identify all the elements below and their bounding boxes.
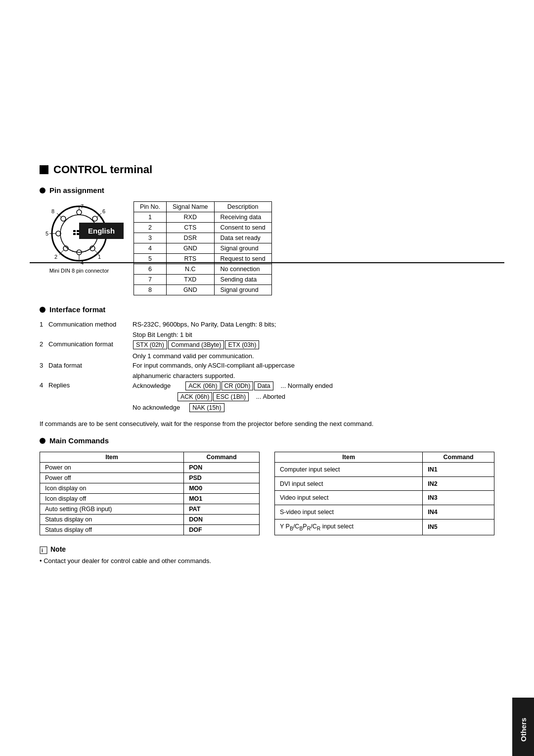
main-commands-label: Main Commands (49, 436, 109, 445)
interface-item-1-subline: Stop Bit Length: 1 bit (133, 331, 494, 338)
note-text: • Contact your dealer for control cable … (40, 557, 211, 565)
box-nak: NAK (15h) (189, 403, 224, 412)
interface-format-heading: Interface format (40, 305, 494, 314)
section-title: CONTROL terminal (40, 163, 494, 176)
mini-din-label: Mini DIN 8 pin connector (49, 268, 109, 274)
svg-text:5: 5 (45, 231, 48, 236)
svg-text:7: 7 (81, 203, 84, 209)
table-row: 4GNDSignal ground (134, 243, 272, 254)
item-num-3: 3 (40, 362, 48, 369)
pin-table-header-signal: Signal Name (167, 202, 215, 212)
section-title-text: CONTROL terminal (53, 163, 152, 176)
others-tab: Others (512, 698, 534, 756)
pin-table-header-pinno: Pin No. (134, 202, 167, 212)
main-commands-heading: Main Commands (40, 436, 494, 445)
interface-item-3: 3 Data format For input commands, only A… (40, 362, 494, 369)
pin-assignment-label: Pin assignment (49, 186, 104, 194)
svg-text:1: 1 (98, 254, 101, 260)
item-content-2: STX (02h)Command (3Byte)ETX (03h) (133, 340, 494, 349)
svg-text:6: 6 (102, 208, 105, 214)
svg-text:8: 8 (51, 208, 54, 214)
item-label-2: Communication format (48, 340, 133, 348)
interface-format-label: Interface format (49, 305, 105, 314)
item-num-2: 2 (40, 340, 48, 348)
interface-item-3-subline: alphanumeric characters supported. (133, 372, 494, 379)
interface-item-4: 4 Replies Acknowledge ACK (06h)CR (0Dh)D… (40, 381, 494, 412)
table-row: Video input selectIN3 (275, 491, 494, 505)
main-commands-wrapper: Item Command Power onPONPower offPSDIcon… (40, 452, 494, 535)
table-row: Icon display onMO0 (40, 483, 260, 494)
box-esc: ESC (1Bh) (213, 392, 249, 401)
bullet-circle-icon2 (40, 307, 45, 313)
ack-note: ... Normally ended (280, 382, 333, 389)
table-row: 2CTSConsent to send (134, 223, 272, 233)
box-cr: CR (0Dh) (222, 381, 254, 390)
left-table-header-item: Item (40, 452, 184, 463)
box-etx: ETX (03h) (225, 340, 259, 349)
note-section: i Note • Contact your dealer for control… (40, 545, 494, 565)
item-content-4: Acknowledge ACK (06h)CR (0Dh)Data ... No… (133, 381, 494, 412)
item-label-1: Communication method (48, 321, 133, 328)
table-row: DVI input selectIN2 (275, 476, 494, 491)
table-row: 7TXDSending data (134, 275, 272, 285)
left-table-header-cmd: Command (184, 452, 260, 463)
item-content-3: For input commands, only ASCII-compliant… (133, 362, 494, 369)
table-row: 6N.CNo connection (134, 264, 272, 275)
pin-table: Pin No. Signal Name Description 1RXDRece… (134, 201, 272, 295)
table-row: Status display onDON (40, 515, 260, 525)
no-ack-row: No acknowledge NAK (15h) (133, 403, 494, 412)
note-title: Note (50, 545, 66, 553)
section-title-square-icon (40, 165, 48, 174)
esc-row: ACK (06h)ESC (1Bh) ... Aborted (177, 392, 494, 401)
item-label-3: Data format (48, 362, 133, 369)
table-row: Power onPON (40, 463, 260, 473)
content-area: CONTROL terminal Pin assignment (0, 129, 534, 594)
table-row: 3DSRData set ready (134, 233, 272, 243)
main-commands-left-table: Item Command Power onPONPower offPSDIcon… (40, 452, 260, 535)
table-row: Computer input selectIN1 (275, 463, 494, 477)
table-row: Auto setting (RGB input)PAT (40, 504, 260, 515)
right-table-header-cmd: Command (423, 452, 494, 463)
table-row: Icon display offMO1 (40, 494, 260, 504)
table-row: 1RXDReceiving data (134, 212, 272, 223)
box-ack2: ACK (06h) (178, 392, 212, 401)
item-content-1: RS-232C, 9600bps, No Parity, Data Length… (133, 321, 494, 328)
box-data: Data (254, 381, 273, 390)
table-row: Status display offDOF (40, 525, 260, 535)
interface-item-2-subline: Only 1 command valid per communication. (133, 352, 494, 360)
acknowledge-label-text: Acknowledge (133, 382, 171, 389)
table-row: 8GNDSignal ground (134, 285, 272, 295)
item-num-4: 4 (40, 381, 48, 389)
right-table-header-item: Item (275, 452, 423, 463)
acknowledge-sublabel: Acknowledge ACK (06h)CR (0Dh)Data ... No… (133, 381, 494, 390)
box-stx: STX (02h) (133, 340, 167, 349)
pin-assignment-layout: 7 8 6 5 (40, 201, 494, 295)
note-icon: i (40, 546, 47, 554)
svg-point-5 (61, 216, 66, 221)
note-content: i Note • Contact your dealer for control… (40, 545, 211, 565)
bullet-circle-icon (40, 188, 45, 193)
pin-table-header-description: Description (214, 202, 271, 212)
main-commands-right-table: Item Command Computer input selectIN1DVI… (274, 452, 494, 535)
bullet-circle-icon3 (40, 438, 45, 444)
interface-item-2: 2 Communication format STX (02h)Command … (40, 340, 494, 349)
page-wrapper: English Others CONTROL terminal Pin assi… (0, 129, 534, 756)
no-ack-label: No acknowledge (133, 404, 180, 411)
interface-item-1: 1 Communication method RS-232C, 9600bps,… (40, 321, 494, 328)
consecutive-note: If commands are to be sent consecutively… (40, 420, 494, 427)
svg-rect-26 (73, 230, 76, 232)
table-row: S-video input selectIN4 (275, 505, 494, 520)
svg-point-2 (77, 210, 82, 215)
item-label-4: Replies (48, 381, 133, 389)
table-row: Y PB/CBPR/CR input selectIN5 (275, 519, 494, 535)
box-cmd: Command (3Byte) (168, 340, 224, 349)
english-tab: English (79, 223, 124, 239)
svg-rect-29 (73, 233, 76, 235)
svg-point-8 (92, 216, 97, 221)
item-num-1: 1 (40, 321, 48, 328)
interface-section: 1 Communication method RS-232C, 9600bps,… (40, 321, 494, 412)
svg-text:i: i (42, 548, 43, 553)
pin-assignment-heading: Pin assignment (40, 186, 494, 194)
esc-note: ... Aborted (256, 393, 285, 400)
box-ack1: ACK (06h) (185, 381, 220, 390)
